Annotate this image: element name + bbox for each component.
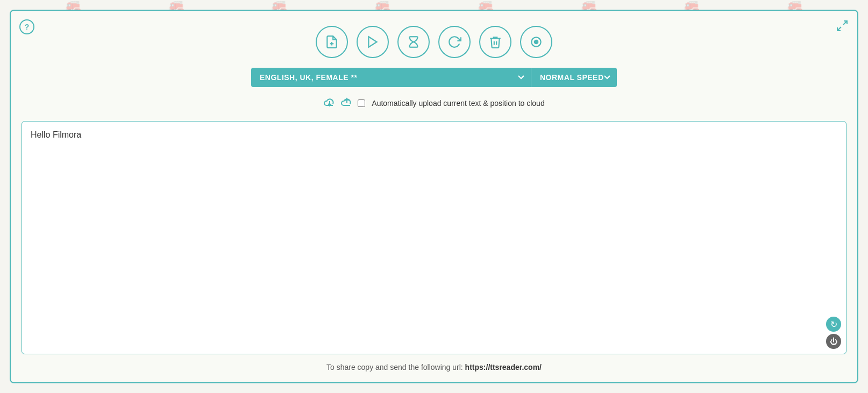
help-icon[interactable]: ? [19,19,34,34]
power-icon[interactable]: ⏻ [826,334,841,349]
svg-marker-4 [368,37,376,47]
selectors-row: ENGLISH, UK, FEMALE ** ENGLISH, US, MALE… [251,68,617,87]
delete-button[interactable] [479,26,511,58]
svg-line-1 [837,27,841,31]
auto-upload-label: Automatically upload current text & posi… [372,99,544,108]
cloud-download-icon[interactable] [323,95,336,111]
reload-button[interactable] [438,26,471,58]
textarea-icons: ↻ ⏻ [826,317,841,349]
svg-line-0 [843,21,847,25]
main-textarea[interactable]: Hello Filmora [22,121,846,354]
refresh-icon[interactable]: ↻ [826,317,841,332]
cloud-upload-icon[interactable] [340,95,353,111]
share-row: To share copy and send the following url… [326,363,542,371]
auto-upload-checkbox[interactable] [358,99,365,107]
main-container: ? [10,10,858,383]
play-button[interactable] [357,26,389,58]
toolbar [316,26,552,58]
import-file-button[interactable] [316,26,348,58]
timer-button[interactable] [397,26,430,58]
fullscreen-icon[interactable] [836,19,849,35]
voice-select[interactable]: ENGLISH, UK, FEMALE ** ENGLISH, US, MALE… [251,68,531,87]
background-decoration: 🚒 🚒 🚒 🚒 🚒 🚒 🚒 🚒 [0,0,868,11]
record-button[interactable] [520,26,552,58]
text-area-wrapper: Hello Filmora ↻ ⏻ [22,121,846,354]
share-link: https://ttsreader.com/ [465,363,542,371]
share-text: To share copy and send the following url… [326,363,463,371]
cloud-row: Automatically upload current text & posi… [323,95,544,111]
svg-point-6 [535,40,538,44]
speed-select[interactable]: SLOW SPEED NORMAL SPEED FAST SPEED VERY … [531,68,617,87]
